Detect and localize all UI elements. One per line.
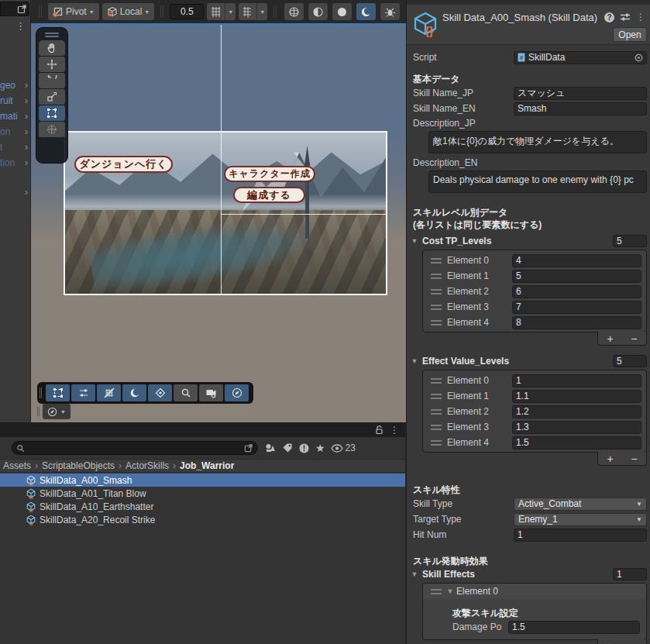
rotate-tool-button[interactable] xyxy=(39,73,65,88)
drag-handle-icon[interactable] xyxy=(431,394,442,399)
debug-toggle[interactable] xyxy=(380,3,400,20)
transform-tool-button[interactable] xyxy=(39,122,65,137)
skill-type-dropdown[interactable]: Active_Combat ▼ xyxy=(514,498,647,511)
scene-shading-toggle[interactable] xyxy=(284,3,304,20)
lock-icon[interactable] xyxy=(375,425,383,435)
cost-tp-size-input[interactable]: 5 xyxy=(613,235,647,247)
chevron-right-icon[interactable]: › xyxy=(25,79,28,91)
pivot-mode-dropdown[interactable]: Pivot ▼ xyxy=(48,3,99,20)
hierarchy-item[interactable]: › xyxy=(0,184,31,199)
drag-handle-icon[interactable] xyxy=(431,320,442,325)
chevron-right-icon[interactable]: › xyxy=(25,95,28,106)
chevron-down-icon[interactable]: ▼ xyxy=(256,3,267,20)
presets-icon[interactable] xyxy=(620,12,631,22)
element-value-input[interactable]: 1.3 xyxy=(512,421,641,434)
remove-element-button[interactable]: − xyxy=(622,452,646,465)
project-search-input[interactable] xyxy=(12,441,258,455)
scene-visibility-button[interactable] xyxy=(71,384,95,401)
add-element-button[interactable]: + xyxy=(598,332,622,345)
object-picker-icon[interactable] xyxy=(635,53,643,62)
drag-handle-icon[interactable] xyxy=(431,274,442,279)
breadcrumb-item[interactable]: ScriptableObjects xyxy=(42,460,115,471)
element-header[interactable]: ▼ Element 0 xyxy=(423,584,646,599)
scene-camera-settings-button[interactable] xyxy=(225,384,249,401)
skill-name-jp-input[interactable]: スマッシュ xyxy=(514,87,647,100)
snap-increment-control[interactable]: ▼ xyxy=(239,3,267,20)
gizmos-button[interactable] xyxy=(148,384,172,401)
overlay-drag-handle[interactable] xyxy=(45,33,59,34)
foldout-triangle-icon[interactable]: ▼ xyxy=(445,587,455,595)
popout-icon[interactable] xyxy=(244,443,253,453)
rect-tool-button[interactable] xyxy=(39,105,65,121)
hierarchy-item[interactable]: ruit› xyxy=(0,93,31,108)
dungeon-button[interactable]: ダンジョンへ行く xyxy=(74,156,173,173)
character-create-button[interactable]: キャラクター作成 xyxy=(224,166,315,182)
hierarchy-search-field[interactable] xyxy=(0,2,29,16)
drag-handle-icon[interactable] xyxy=(431,440,442,446)
skill-effects-size-input[interactable]: 1 xyxy=(613,568,647,580)
scene-effects-toggle[interactable] xyxy=(356,3,376,20)
party-button[interactable]: 編成する xyxy=(233,187,305,203)
asset-row[interactable]: {} SkillData_A01_Titan Blow xyxy=(0,487,405,500)
hierarchy-item[interactable]: t› xyxy=(0,139,31,154)
element-value-input[interactable]: 1 xyxy=(512,374,641,387)
scene-lighting-toggle[interactable] xyxy=(308,3,328,20)
element-value-input[interactable]: 5 xyxy=(512,270,641,283)
package-filter-icon[interactable] xyxy=(264,442,277,454)
drag-handle-icon[interactable] xyxy=(431,378,442,384)
grid-snap-control[interactable]: ▼ xyxy=(207,3,236,20)
hand-tool-button[interactable] xyxy=(39,40,65,56)
label-filter-icon[interactable] xyxy=(282,443,293,453)
foldout-triangle-icon[interactable]: ▼ xyxy=(410,357,419,365)
hierarchy-item[interactable]: geo› xyxy=(0,77,31,92)
panel-menu-icon[interactable]: ⋮ xyxy=(15,20,26,32)
target-type-dropdown[interactable]: Enemy_1 ▼ xyxy=(514,513,647,526)
element-value-input[interactable]: 1.2 xyxy=(512,405,641,418)
effect-value-size-input[interactable]: 5 xyxy=(613,355,647,367)
drag-handle-icon[interactable] xyxy=(431,305,442,310)
effect-value-foldout[interactable]: ▼ Effect Value_Levels 5 xyxy=(407,354,650,368)
damage-power-input[interactable]: 1.5 xyxy=(508,621,640,634)
foldout-triangle-icon[interactable]: ▼ xyxy=(410,237,419,245)
orientation-dropdown[interactable]: ▼ xyxy=(43,404,71,419)
hit-num-input[interactable]: 1 xyxy=(514,529,647,542)
description-en-input[interactable]: Deals physical damage to one enemy with … xyxy=(428,170,647,193)
overlay-drag-handle[interactable] xyxy=(40,387,42,398)
chevron-right-icon[interactable]: › xyxy=(25,126,28,137)
handle-rotation-dropdown[interactable]: Local ▼ xyxy=(102,3,155,20)
favorites-star-icon[interactable]: ★ xyxy=(315,442,325,454)
add-element-button[interactable]: + xyxy=(598,452,622,465)
help-icon[interactable]: ? xyxy=(604,12,614,22)
remove-element-button[interactable]: − xyxy=(622,332,646,345)
chevron-right-icon[interactable]: › xyxy=(25,186,28,198)
grid-visual-icon[interactable] xyxy=(207,3,225,20)
rect-mode-button[interactable] xyxy=(46,384,70,401)
snap-magnet-icon[interactable] xyxy=(239,3,256,20)
element-value-input[interactable]: 7 xyxy=(512,301,641,314)
scene-audio-toggle[interactable] xyxy=(332,3,352,20)
element-value-input[interactable]: 8 xyxy=(512,316,641,329)
element-value-input[interactable]: 1.5 xyxy=(512,436,641,449)
drag-handle-icon[interactable] xyxy=(431,589,442,594)
drag-handle-icon[interactable] xyxy=(431,289,442,294)
chevron-down-icon[interactable]: ▼ xyxy=(225,3,236,20)
drag-handle-icon[interactable] xyxy=(431,425,442,430)
element-value-input[interactable]: 6 xyxy=(512,285,641,298)
asset-row[interactable]: {} SkillData_A00_Smash xyxy=(0,474,405,487)
breadcrumb-item[interactable]: Assets xyxy=(3,460,31,471)
drag-handle-icon[interactable] xyxy=(431,258,442,263)
hierarchy-item[interactable]: tion› xyxy=(0,155,31,170)
scene-view[interactable]: ダンジョンへ行く キャラクター作成 編成する xyxy=(31,23,406,422)
chevron-right-icon[interactable]: › xyxy=(25,141,28,153)
chevron-right-icon[interactable]: › xyxy=(25,157,28,168)
hierarchy-item[interactable]: mati› xyxy=(0,108,31,123)
element-value-input[interactable]: 4 xyxy=(512,254,641,267)
description-jp-input[interactable]: 敵1体に{0}の威力で物理ダメージを与える。 xyxy=(428,131,647,153)
skill-effects-foldout[interactable]: ▼ Skill Effects 1 xyxy=(407,567,650,581)
foldout-triangle-icon[interactable]: ▼ xyxy=(410,570,419,578)
grid-size-input[interactable]: 0.5 xyxy=(170,4,204,19)
warning-filter-icon[interactable] xyxy=(298,443,310,454)
asset-row[interactable]: {} SkillData_A10_Earthshatter xyxy=(0,500,405,513)
cost-tp-foldout[interactable]: ▼ Cost TP_Levels 5 xyxy=(407,234,650,248)
skill-name-en-input[interactable]: Smash xyxy=(514,102,647,115)
